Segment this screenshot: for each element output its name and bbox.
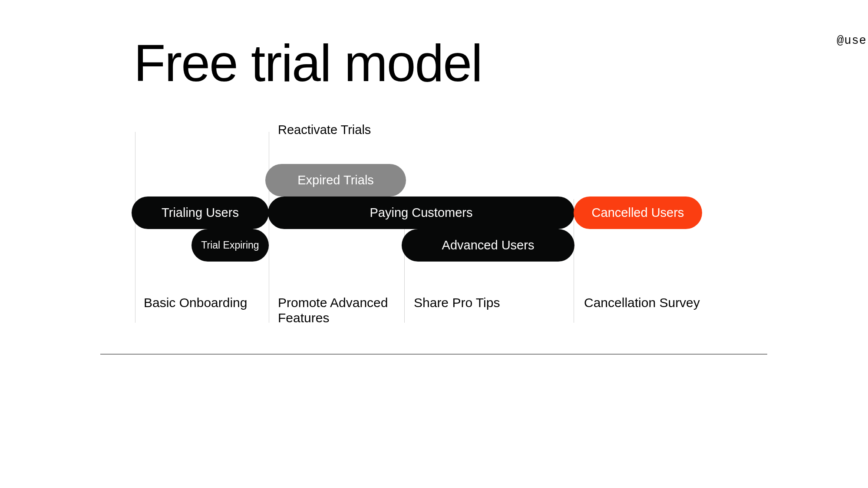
- label-basic-onboarding: Basic Onboarding: [144, 295, 257, 311]
- divider-1: [135, 132, 135, 323]
- label-reactivate-trials: Reactivate Trials: [278, 123, 371, 137]
- label-share-pro-tips: Share Pro Tips: [414, 295, 544, 311]
- label-cancellation-survey: Cancellation Survey: [584, 295, 714, 311]
- pill-trial-expiring-label: Trial Expiring: [201, 239, 259, 251]
- divider-2: [269, 132, 269, 323]
- pill-paying-customers-label: Paying Customers: [370, 206, 473, 220]
- handle-text: @userlist: [837, 34, 868, 47]
- pill-trialing-users: Trialing Users: [132, 197, 269, 229]
- pill-trialing-users-label: Trialing Users: [162, 206, 239, 220]
- page-title: Free trial model: [134, 36, 482, 90]
- pill-cancelled-users: Cancelled Users: [574, 197, 702, 229]
- pill-expired-trials: Expired Trials: [265, 164, 406, 197]
- pill-expired-trials-label: Expired Trials: [297, 173, 374, 187]
- pill-advanced-users-label: Advanced Users: [442, 238, 535, 252]
- label-promote-advanced-features: Promote Advanced Features: [278, 295, 399, 325]
- pill-paying-customers: Paying Customers: [268, 197, 574, 229]
- pill-trial-expiring: Trial Expiring: [191, 229, 269, 262]
- diagram-canvas: @userlist Free trial model Reactivate Tr…: [100, 0, 767, 354]
- bottom-divider: [100, 354, 767, 354]
- pill-advanced-users: Advanced Users: [402, 229, 574, 262]
- pill-cancelled-users-label: Cancelled Users: [592, 206, 684, 220]
